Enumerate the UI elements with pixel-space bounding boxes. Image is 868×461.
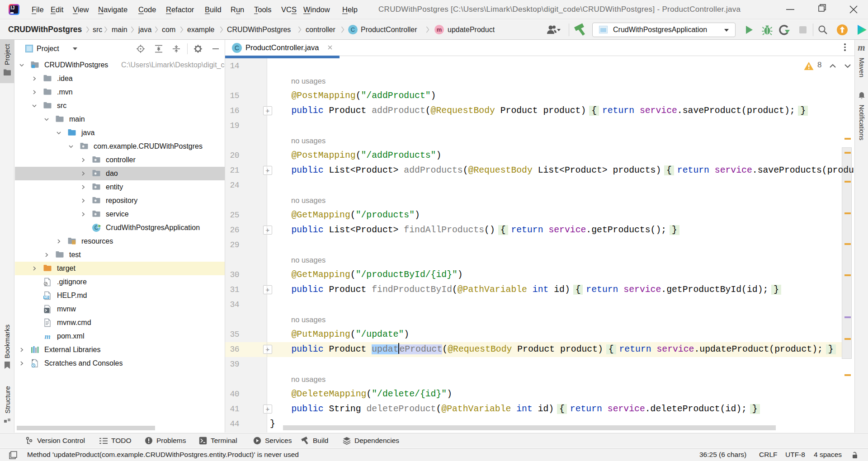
svg-text:MD: MD bbox=[44, 296, 49, 299]
svg-text:m: m bbox=[44, 332, 50, 341]
